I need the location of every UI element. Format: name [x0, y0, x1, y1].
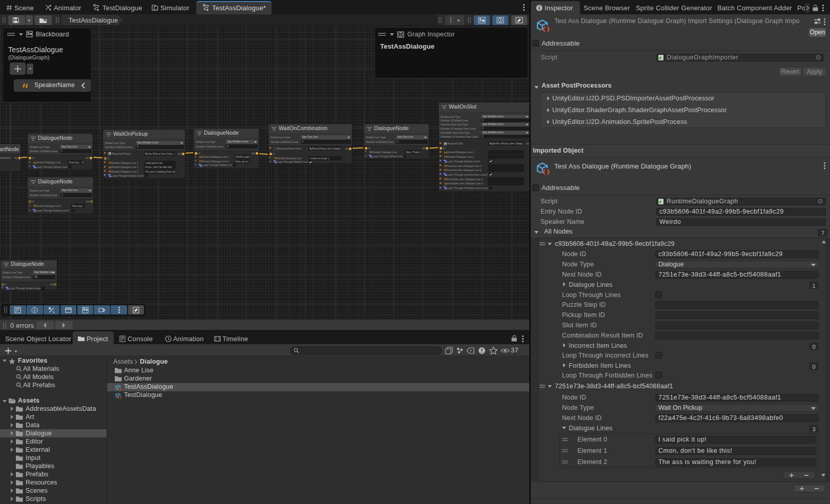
- svg-text:#: #: [659, 56, 661, 60]
- svg-text:#: #: [659, 200, 661, 204]
